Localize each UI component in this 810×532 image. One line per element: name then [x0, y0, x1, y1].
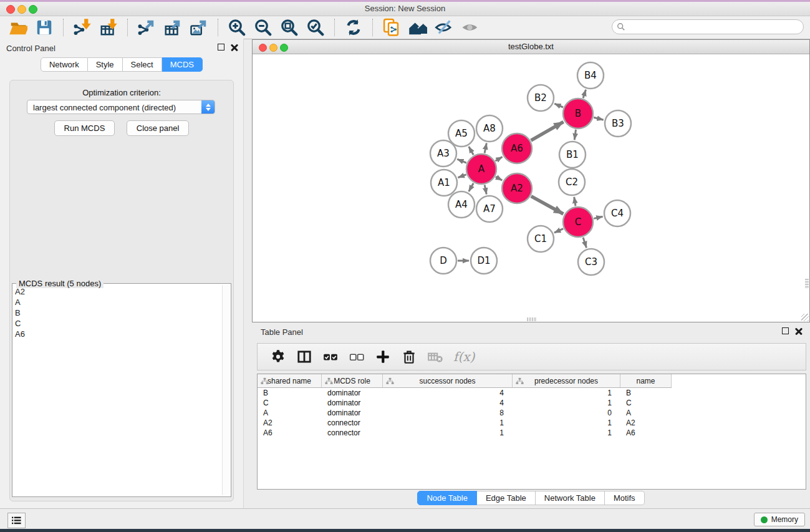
edge-C-C3[interactable] — [583, 238, 586, 248]
export-network-icon[interactable] — [137, 18, 156, 37]
add-column-icon[interactable] — [375, 349, 391, 365]
edge-A-A2[interactable] — [496, 177, 502, 180]
tab-mcds[interactable]: MCDS — [162, 57, 203, 72]
result-item[interactable]: C — [15, 318, 221, 329]
edge-B-B3[interactable] — [594, 117, 603, 120]
table-settings-icon[interactable] — [270, 349, 286, 365]
duplicate-network-icon[interactable] — [382, 18, 401, 37]
result-item[interactable]: B — [15, 307, 221, 318]
delete-column-icon[interactable] — [401, 349, 417, 365]
edge-B-B2[interactable] — [554, 104, 563, 107]
close-panel-button[interactable]: Close panel — [127, 120, 190, 136]
tab-style[interactable]: Style — [88, 57, 123, 72]
table-row[interactable]: Adominator80A — [258, 408, 806, 418]
tab-network-table[interactable]: Network Table — [536, 491, 605, 505]
import-table-icon[interactable] — [99, 18, 118, 37]
node-A3[interactable]: A3 — [430, 140, 456, 167]
zoom-in-icon[interactable] — [228, 18, 246, 37]
node-A4[interactable]: A4 — [448, 191, 475, 218]
split-columns-icon[interactable] — [296, 349, 312, 365]
edge-A2-C[interactable] — [531, 196, 564, 214]
result-scrollbar[interactable] — [222, 285, 229, 495]
deselect-all-rows-icon[interactable] — [349, 349, 365, 365]
edge-B-B4[interactable] — [583, 90, 586, 98]
horizontal-scroll-indicator[interactable] — [527, 317, 537, 321]
task-history-button[interactable] — [7, 513, 26, 528]
tab-network[interactable]: Network — [41, 57, 88, 72]
edge-A6-B[interactable] — [531, 122, 564, 140]
node-A7[interactable]: A7 — [476, 196, 503, 222]
float-panel-icon[interactable] — [218, 44, 224, 51]
network-graph[interactable]: AA1A2A3A4A5A6A7A8BB1B2B3B4CC1C2C3C4DD1 — [253, 54, 808, 321]
node-C1[interactable]: C1 — [528, 226, 554, 252]
node-B4[interactable]: B4 — [577, 62, 604, 89]
node-C4[interactable]: C4 — [604, 200, 630, 226]
node-B[interactable]: B — [563, 99, 593, 128]
node-A8[interactable]: A8 — [476, 115, 503, 142]
open-file-icon[interactable] — [9, 18, 27, 37]
node-C3[interactable]: C3 — [578, 249, 604, 275]
run-mcds-button[interactable]: Run MCDS — [54, 120, 115, 136]
column-header-MCDS-role[interactable]: MCDS role — [322, 374, 383, 387]
select-all-rows-icon[interactable] — [322, 349, 339, 365]
result-item[interactable]: A2 — [15, 286, 221, 297]
refresh-view-icon[interactable] — [344, 18, 363, 37]
tab-edge-table[interactable]: Edge Table — [477, 491, 536, 505]
edge-A-A5[interactable] — [469, 147, 474, 155]
node-B3[interactable]: B3 — [605, 110, 631, 137]
result-item[interactable]: A6 — [15, 329, 221, 339]
export-table-icon[interactable] — [163, 18, 182, 37]
node-A1[interactable]: A1 — [431, 170, 457, 196]
table-row[interactable]: A2connector11A2 — [258, 418, 806, 428]
edge-A-A6[interactable] — [496, 157, 503, 161]
edge-C-C2[interactable] — [574, 197, 576, 206]
edge-C-C4[interactable] — [594, 216, 602, 218]
resize-grip-icon[interactable] — [801, 314, 809, 321]
node-B1[interactable]: B1 — [559, 142, 586, 168]
tab-motifs[interactable]: Motifs — [605, 491, 645, 505]
node-B2[interactable]: B2 — [528, 85, 554, 111]
table-row[interactable]: Cdominator41C — [258, 398, 806, 408]
search-field[interactable] — [612, 19, 804, 34]
float-table-panel-icon[interactable] — [782, 327, 789, 334]
mcds-result-list[interactable]: A2ABCA6 — [14, 285, 222, 495]
node-C[interactable]: C — [563, 207, 593, 237]
column-header-name[interactable]: name — [620, 374, 672, 387]
edge-A-A3[interactable] — [457, 159, 466, 163]
memory-button[interactable]: Memory — [754, 513, 805, 526]
tab-node-table[interactable]: Node Table — [417, 491, 477, 505]
home-view-icon[interactable] — [408, 18, 427, 37]
zoom-fit-content-icon[interactable] — [280, 18, 299, 37]
result-item[interactable]: A — [15, 297, 221, 307]
save-session-icon[interactable] — [35, 18, 54, 37]
node-C2[interactable]: C2 — [559, 169, 585, 195]
node-table[interactable]: shared nameMCDS rolesuccessor nodesprede… — [257, 374, 806, 490]
show-graphics-details-icon[interactable] — [461, 18, 480, 37]
close-table-panel-icon[interactable] — [795, 327, 803, 335]
tab-select[interactable]: Select — [123, 57, 162, 72]
node-A5[interactable]: A5 — [448, 120, 475, 147]
hide-graphics-details-icon[interactable] — [435, 18, 453, 37]
network-frame-titlebar[interactable]: testGlobe.txt — [253, 40, 809, 54]
node-A[interactable]: A — [466, 154, 496, 184]
network-canvas[interactable]: AA1A2A3A4A5A6A7A8BB1B2B3B4CC1C2C3C4DD1 — [253, 54, 809, 322]
edge-A-A4[interactable] — [469, 183, 474, 191]
column-header-predecessor-nodes[interactable]: predecessor nodes — [513, 374, 620, 387]
column-header-shared-name[interactable]: shared name — [258, 374, 322, 387]
close-panel-icon[interactable] — [231, 44, 238, 51]
edge-B-B1[interactable] — [574, 130, 576, 140]
edge-A-A1[interactable] — [458, 175, 466, 178]
criterion-dropdown[interactable]: largest connected component (directed) — [27, 100, 215, 114]
node-A2[interactable]: A2 — [502, 173, 532, 203]
table-row[interactable]: A6connector11A6 — [258, 428, 806, 438]
edge-A-A7[interactable] — [485, 185, 486, 194]
export-image-icon[interactable] — [190, 18, 208, 37]
edge-C-C1[interactable] — [554, 229, 563, 233]
node-D[interactable]: D — [430, 248, 456, 274]
node-D1[interactable]: D1 — [471, 248, 497, 274]
import-network-icon[interactable] — [73, 18, 92, 37]
zoom-selected-icon[interactable] — [306, 18, 325, 37]
search-input[interactable] — [629, 22, 799, 32]
edge-A-A8[interactable] — [485, 143, 486, 153]
vertical-scroll-indicator[interactable] — [805, 279, 809, 289]
